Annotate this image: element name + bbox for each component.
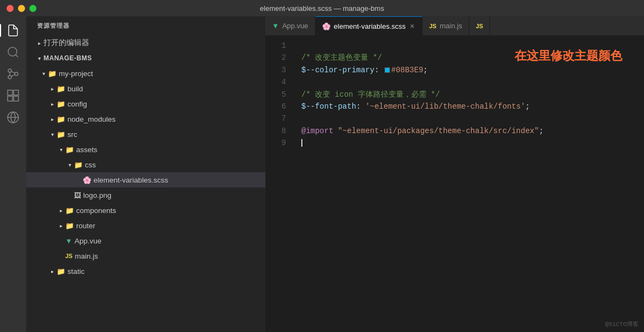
sidebar-item-main-js[interactable]: JS main.js — [26, 248, 265, 264]
folder-icon: 📁 — [57, 85, 65, 93]
atrule-token: @import — [301, 125, 333, 137]
tab-main-js[interactable]: JS main.js — [423, 16, 469, 35]
folder-icon: 📁 — [48, 70, 57, 78]
sidebar-item-static[interactable]: 📁 static — [26, 264, 265, 279]
arrow-icon — [57, 206, 65, 215]
sidebar-item-logo[interactable]: 🖼 logo.png — [26, 187, 265, 203]
assets-label: assets — [76, 146, 97, 154]
node-modules-label: node_modules — [67, 115, 116, 123]
scss-file-icon: 🌸 — [83, 176, 91, 184]
window-controls — [7, 5, 36, 12]
arrow-icon — [65, 160, 74, 169]
extensions-activity-icon[interactable] — [3, 86, 23, 105]
arrow-icon — [57, 145, 65, 154]
titlebar: element-variables.scss — manage-bms — [0, 0, 644, 16]
arrow-icon — [48, 84, 57, 93]
build-label: build — [67, 85, 83, 93]
remote-activity-icon[interactable] — [3, 108, 23, 127]
value-token: #08B3E9 — [391, 64, 423, 76]
svg-point-3 — [8, 76, 11, 79]
sidebar-item-build[interactable]: 📁 build — [26, 81, 265, 96]
color-swatch — [385, 67, 390, 73]
js-tab-icon2: JS — [476, 23, 483, 29]
arrow-icon — [48, 99, 57, 108]
folder-icon: 📁 — [57, 130, 65, 139]
scss-tab-icon: 🌸 — [322, 22, 331, 30]
sidebar-item-open-editors[interactable]: 打开的编辑器 — [26, 35, 265, 51]
svg-line-7 — [11, 74, 15, 76]
svg-rect-11 — [8, 96, 13, 101]
code-line-6: $--font-path: '~element-ui/lib/theme-cha… — [301, 101, 635, 112]
code-line-9 — [301, 137, 635, 149]
svg-line-1 — [16, 55, 18, 57]
folder-icon: 📁 — [65, 206, 74, 215]
arrow-icon — [48, 267, 57, 275]
folder-icon: 📁 — [65, 146, 74, 154]
sidebar-item-node-modules[interactable]: 📁 node_modules — [26, 111, 265, 127]
static-label: static — [67, 267, 85, 275]
code-line-3: $--color-primary: #08B3E9; — [301, 64, 635, 76]
sidebar-item-src[interactable]: 📁 src — [26, 127, 265, 142]
line-numbers: 1 2 3 4 5 6 7 8 9 — [265, 35, 293, 332]
sidebar-item-my-project[interactable]: 📁 my-project — [26, 66, 265, 81]
semicolon-2: ; — [525, 101, 530, 112]
tab-app-vue-label: App.vue — [282, 22, 308, 30]
space — [333, 125, 338, 137]
sidebar-item-manage-bms[interactable]: MANAGE-BMS — [26, 51, 265, 66]
tab-close-button[interactable]: × — [409, 22, 416, 30]
js-file-icon: JS — [65, 253, 72, 259]
element-variables-label: element-variables.scss — [94, 176, 168, 184]
source-control-activity-icon[interactable] — [3, 64, 23, 84]
watermark: @51CTO博客 — [605, 320, 639, 330]
router-label: router — [76, 222, 95, 230]
code-line-4 — [301, 76, 635, 88]
tab-element-variables[interactable]: 🌸 element-variables.scss × — [315, 16, 423, 35]
tab-element-variables-label: element-variables.scss — [334, 22, 406, 30]
arrow-icon — [48, 130, 57, 139]
svg-rect-8 — [8, 90, 13, 95]
folder-icon: 📁 — [74, 161, 83, 169]
tab-app-vue[interactable]: ▼ App.vue — [265, 16, 315, 35]
js-tab-icon: JS — [429, 23, 436, 29]
file-tree: 打开的编辑器 MANAGE-BMS 📁 my-project 📁 build — [26, 35, 265, 332]
sidebar-item-element-variables[interactable]: 🌸 element-variables.scss — [26, 172, 265, 187]
code-line-7 — [301, 112, 635, 124]
minimize-button[interactable] — [18, 5, 25, 12]
app-vue-label: App.vue — [75, 237, 102, 245]
src-label: src — [67, 130, 77, 139]
css-label: css — [85, 161, 96, 169]
colon-2: : — [356, 101, 366, 112]
tab-js-extra[interactable]: JS — [469, 16, 490, 35]
svg-point-0 — [8, 47, 17, 56]
window-title: element-variables.scss — manage-bms — [260, 4, 384, 12]
search-activity-icon[interactable] — [3, 42, 23, 62]
code-line-5: /* 改变 icon 字体路径变量，必需 */ — [301, 89, 635, 101]
arrow-icon — [39, 69, 48, 78]
arrow-icon — [57, 221, 65, 230]
sidebar-item-router[interactable]: 📁 router — [26, 218, 265, 233]
maximize-button[interactable] — [29, 5, 36, 12]
main-container: 资源管理器 打开的编辑器 MANAGE-BMS 📁 my-project — [0, 16, 644, 332]
logo-label: logo.png — [83, 191, 112, 199]
colon-token: : — [374, 64, 383, 76]
sidebar: 资源管理器 打开的编辑器 MANAGE-BMS 📁 my-project — [26, 16, 265, 332]
config-label: config — [67, 100, 87, 108]
close-button[interactable] — [7, 5, 14, 12]
sidebar-item-components[interactable]: 📁 components — [26, 203, 265, 218]
svg-rect-9 — [14, 90, 18, 95]
tabs-bar: ▼ App.vue 🌸 element-variables.scss × JS … — [265, 16, 644, 35]
font-path-value: '~element-ui/lib/theme-chalk/fonts' — [366, 101, 525, 112]
files-activity-icon[interactable] — [3, 21, 23, 40]
arrow-icon — [35, 39, 44, 47]
semicolon-3: ; — [539, 125, 543, 137]
sidebar-item-assets[interactable]: 📁 assets — [26, 142, 265, 157]
code-editor[interactable]: /* 改变主题色变量 */ $--color-primary: #08B3E9;… — [293, 35, 644, 332]
sidebar-item-config[interactable]: 📁 config — [26, 96, 265, 111]
manage-bms-label: MANAGE-BMS — [44, 54, 92, 62]
my-project-label: my-project — [59, 70, 93, 78]
annotation-text: 在这里修改主题颜色 — [515, 46, 622, 65]
image-file-icon: 🖼 — [74, 191, 81, 199]
main-js-label: main.js — [75, 252, 98, 260]
sidebar-item-app-vue[interactable]: ▼ App.vue — [26, 233, 265, 248]
sidebar-item-css[interactable]: 📁 css — [26, 157, 265, 172]
